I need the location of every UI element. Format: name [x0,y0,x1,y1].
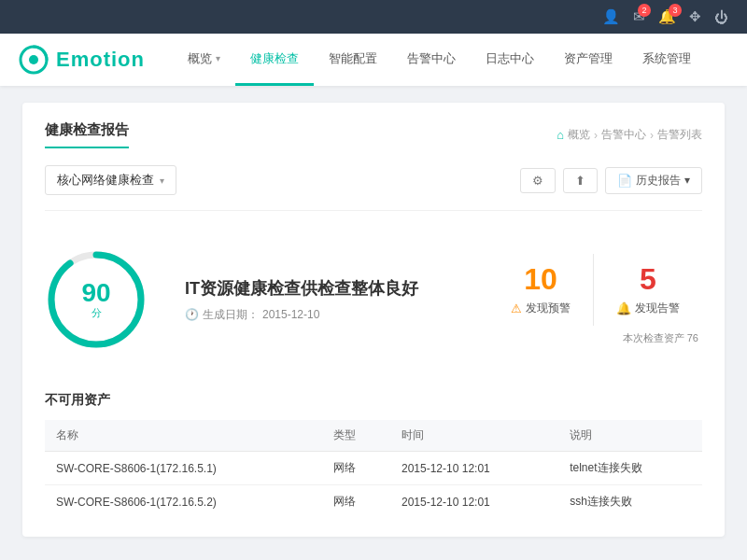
home-icon: ⌂ [557,128,564,142]
score-info: IT资源健康检查供检查整体良好 🕐 生成日期： 2015-12-10 [185,277,451,323]
alerts-label: 🔔 发现告警 [616,301,680,316]
header: Emotion 概览 ▾ 健康检查 智能配置 告警中心 日志中心 资产管理 系统… [0,34,747,86]
bell-badge: 3 [669,4,682,17]
logo-text: Emotion [56,48,145,72]
chevron-down-icon: ▾ [216,53,220,63]
warnings-stat: 10 ⚠ 发现预警 [488,254,593,325]
cell-time: 2015-12-10 12:01 [390,452,558,485]
upload-icon: ⬆ [575,174,585,188]
warnings-count: 10 [511,263,571,296]
nav-item-asset[interactable]: 资产管理 [549,34,627,86]
export-button[interactable]: ⬆ [563,168,598,193]
file-icon: 📄 [617,174,632,188]
user-icon[interactable]: 👤 [602,8,620,25]
toolbar: 核心网络健康检查 ▾ ⚙ ⬆ 📄 历史报告 ▾ [45,165,702,211]
card-header: 健康检查报告 ⌂ 概览 › 告警中心 › 告警列表 [45,121,702,148]
cell-desc: ssh连接失败 [558,485,702,519]
expand-icon[interactable]: ✥ [689,8,701,25]
score-circle: 90 分 [45,248,148,351]
unavailable-assets-section: 不可用资产 名称 类型 时间 说明 SW-CORE-S8606-1(172.16… [45,392,702,518]
message-badge: 2 [638,4,651,17]
toolbar-actions: ⚙ ⬆ 📄 历史报告 ▾ [520,167,702,194]
nav-item-health[interactable]: 健康检查 [235,34,314,86]
cell-type: 网络 [322,485,390,519]
asset-count: 本次检查资产 76 [623,331,702,345]
col-type: 类型 [322,420,390,452]
warning-icon: ⚠ [511,301,522,315]
nav-item-system[interactable]: 系统管理 [627,34,706,86]
topbar: 👤 ✉ 2 🔔 3 ✥ ⏻ [0,0,747,34]
main-nav: 概览 ▾ 健康检查 智能配置 告警中心 日志中心 资产管理 系统管理 [173,34,728,86]
nav-item-config[interactable]: 智能配置 [314,34,392,86]
score-title: IT资源健康检查供检查整体良好 [185,277,451,300]
settings-button[interactable]: ⚙ [520,168,556,193]
score-inner: 90 分 [81,280,110,320]
cell-time: 2015-12-10 12:01 [390,485,558,519]
caret-icon: ▾ [684,174,690,187]
col-time: 时间 [390,420,558,452]
alert-icon: 🔔 [616,301,631,315]
nav-item-overview[interactable]: 概览 ▾ [173,34,235,86]
logo: Emotion [19,45,145,75]
col-name: 名称 [45,420,322,452]
cell-type: 网络 [322,452,390,485]
caret-icon: ▾ [160,175,164,186]
score-section: 90 分 IT资源健康检查供检查整体良好 🕐 生成日期： 2015-12-10 … [45,230,702,370]
cell-name: SW-CORE-S8606-1(172.16.5.1) [45,452,322,485]
page-card: 健康检查报告 ⌂ 概览 › 告警中心 › 告警列表 核心网络健康检查 ▾ ⚙ [22,103,725,537]
main-content: 健康检查报告 ⌂ 概览 › 告警中心 › 告警列表 核心网络健康检查 ▾ ⚙ [0,86,747,553]
score-number: 90 [81,280,110,306]
check-type-selector[interactable]: 核心网络健康检查 ▾ [45,165,176,195]
gear-icon: ⚙ [532,174,543,188]
cell-name: SW-CORE-S8606-1(172.16.5.2) [45,485,322,519]
warnings-label: ⚠ 发现预警 [511,301,571,316]
table-row: SW-CORE-S8606-1(172.16.5.2)网络2015-12-10 … [45,485,702,519]
stats-area: 10 ⚠ 发现预警 5 🔔 发现告警 [488,254,702,325]
nav-item-log[interactable]: 日志中心 [471,34,549,86]
breadcrumb: ⌂ 概览 › 告警中心 › 告警列表 [557,127,702,143]
bell-icon[interactable]: 🔔 3 [658,8,676,25]
clock-icon: 🕐 [185,308,199,321]
alerts-count: 5 [616,263,680,296]
alerts-stat: 5 🔔 发现告警 [593,254,702,325]
history-button[interactable]: 📄 历史报告 ▾ [605,167,702,194]
assets-table: 名称 类型 时间 说明 SW-CORE-S8606-1(172.16.5.1)网… [45,420,702,518]
nav-item-alert[interactable]: 告警中心 [392,34,471,86]
logo-icon [19,45,49,75]
col-desc: 说明 [558,420,702,452]
page-title: 健康检查报告 [45,121,129,148]
message-icon[interactable]: ✉ 2 [633,8,645,25]
cell-desc: telnet连接失败 [558,452,702,485]
svg-point-1 [29,55,38,64]
power-icon[interactable]: ⏻ [714,9,728,25]
section-title: 不可用资产 [45,392,702,409]
score-date: 🕐 生成日期： 2015-12-10 [185,307,451,323]
table-row: SW-CORE-S8606-1(172.16.5.1)网络2015-12-10 … [45,452,702,485]
score-unit: 分 [81,306,110,320]
